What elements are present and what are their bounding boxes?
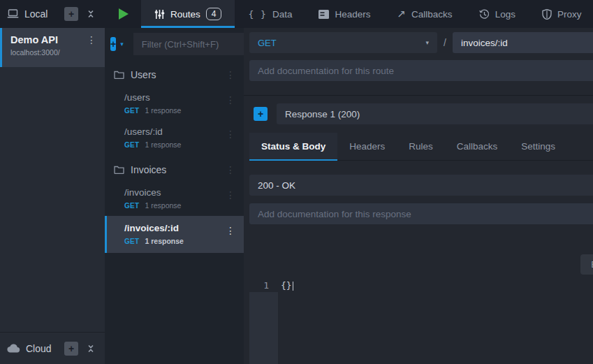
tab-status-body[interactable]: Status & Body [249,133,337,160]
route-menu-icon[interactable]: ⋮ [223,224,238,237]
route-response-count: 1 response [145,201,181,210]
environment-host: localhost:3000/ [10,48,99,57]
add-route-button[interactable]: + [110,37,116,51]
local-environments-header: Local + [0,0,105,28]
tab-rules[interactable]: Rules [397,133,445,160]
body-code-editor[interactable]: 1 {} [249,279,593,364]
route-method-badge: GET [124,107,139,115]
tab-label: Data [272,9,293,20]
response-documentation-input[interactable] [249,203,593,224]
environment-item-demo-api[interactable]: Demo API ⋮ localhost:3000/ [0,28,105,67]
routes-count-badge: 4 [206,8,222,20]
route-method-badge: GET [124,238,139,245]
path-separator: / [437,37,453,48]
route-path: /invoices/:id [124,223,238,233]
section-divider [244,95,593,96]
route-item-invoices[interactable]: /invoices GET 1 response ⋮ [105,182,244,216]
environments-sidebar: Demo API ⋮ localhost:3000/ Cloud + [0,28,105,364]
route-path: /invoices [124,187,238,198]
routes-filter-input[interactable] [133,33,244,55]
route-path-input[interactable] [453,32,593,53]
tab-label: Rules [409,141,433,152]
arrow-up-right-icon: ↗ [397,8,407,20]
add-response-button[interactable]: + [254,107,268,121]
route-path: /users [124,92,238,103]
route-menu-icon[interactable]: ⋮ [223,94,238,106]
cloud-icon [7,344,20,353]
sliders-icon [154,9,165,20]
history-clock-icon [479,9,490,20]
shield-icon [542,9,552,20]
route-item-users-id[interactable]: /users/:id GET 1 response ⋮ [105,121,244,155]
environment-name: Demo API [10,34,58,45]
editor-line-1[interactable]: {} [278,279,593,292]
route-item-users[interactable]: /users GET 1 response ⋮ [105,87,244,121]
tab-label: Proxy [557,9,582,20]
response-select-value: Response 1 (200) [285,109,360,119]
route-menu-icon[interactable]: ⋮ [223,189,238,201]
headers-card-icon [319,10,329,19]
route-item-invoices-id-selected[interactable]: /invoices/:id GET 1 response ⋮ [105,216,244,253]
collapse-cloud-icon[interactable] [84,342,98,356]
route-editor-panel: GET ▾ / + Response 1 (200) Status & Body… [244,28,593,364]
start-server-button[interactable] [118,8,129,20]
tab-logs[interactable]: Logs [466,0,529,28]
tab-proxy[interactable]: Proxy [529,0,593,28]
tab-response-headers[interactable]: Headers [337,133,397,160]
cloud-label: Cloud [26,343,59,354]
method-select[interactable]: GET ▾ [249,32,437,53]
tab-label: Callbacks [457,141,498,152]
tab-label: Status & Body [261,141,325,152]
braces-icon: { } [248,9,266,20]
tab-label: Routes [170,9,200,20]
folder-users[interactable]: Users ⋮ [105,63,244,87]
add-local-environment-button[interactable]: + [64,7,78,21]
response-tabs: Status & Body Headers Rules Callbacks Se… [249,133,593,161]
collapse-environments-icon[interactable] [84,7,98,21]
tab-label: Settings [521,141,555,152]
tab-label: Callbacks [411,9,453,20]
editor-gutter: 1 [249,279,278,364]
tab-routes[interactable]: Routes 4 [141,0,235,28]
route-path: /users/:id [124,126,238,137]
method-value: GET [258,38,277,48]
text-cursor [293,282,293,291]
response-select[interactable]: Response 1 (200) [277,103,593,124]
chevron-down-icon: ▾ [426,39,430,46]
status-code-select[interactable]: 200 - OK [249,175,593,196]
folder-icon [114,71,124,79]
routes-panel: + ▾ Users ⋮ /users GET 1 response ⋮ /use… [105,28,244,364]
route-menu-icon[interactable]: ⋮ [223,128,238,140]
code-text: {} [281,280,292,291]
add-route-caret-icon[interactable]: ▾ [119,41,125,48]
tab-callbacks[interactable]: ↗ Callbacks [384,0,466,28]
folder-menu-icon[interactable]: ⋮ [223,163,238,176]
folder-icon [114,166,124,174]
folder-label: Users [131,69,217,80]
folder-invoices[interactable]: Invoices ⋮ [105,158,244,182]
tab-headers[interactable]: Headers [305,0,383,28]
route-documentation-input[interactable] [249,60,593,81]
tab-label: Logs [495,9,515,20]
folder-menu-icon[interactable]: ⋮ [223,68,238,81]
add-cloud-environment-button[interactable]: + [64,342,78,356]
route-method-badge: GET [124,202,139,210]
tab-response-settings[interactable]: Settings [509,133,567,160]
body-type-button[interactable]: Body [580,254,593,275]
route-response-count: 1 response [145,106,181,115]
tab-label: Headers [349,141,385,152]
route-method-badge: GET [124,141,139,149]
top-header: Local + Routes 4 { } Data Headers [0,0,593,28]
tab-label: Headers [335,9,370,20]
tab-data[interactable]: { } Data [235,0,305,28]
local-label: Local [24,8,47,20]
line-number: 1 [249,279,278,292]
cloud-section: Cloud + [0,332,105,364]
tab-response-callbacks[interactable]: Callbacks [445,133,510,160]
route-response-count: 1 response [145,237,183,245]
environment-menu-icon[interactable]: ⋮ [84,34,99,46]
route-response-count: 1 response [145,140,181,149]
folder-label: Invoices [131,164,217,175]
laptop-icon [7,9,19,19]
view-tabs: Routes 4 { } Data Headers ↗ Callbacks Lo… [141,0,593,28]
